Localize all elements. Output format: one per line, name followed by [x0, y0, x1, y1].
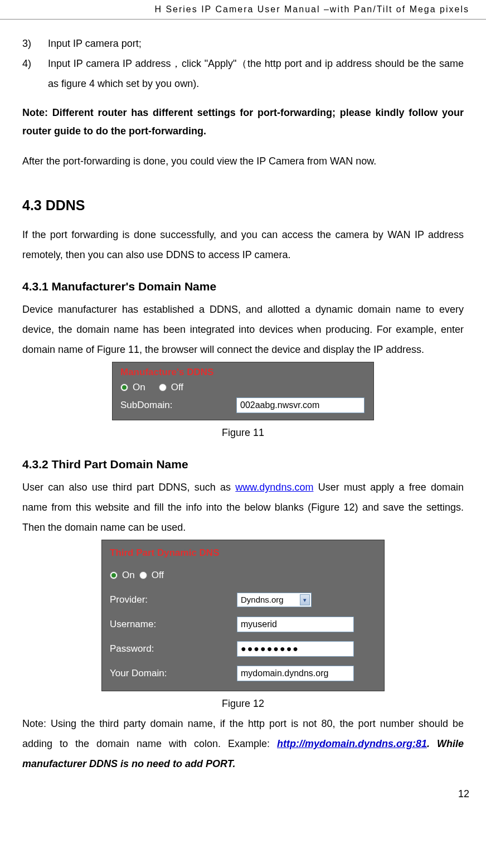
- panel-title: Third Part Dynamic DNS: [110, 544, 376, 562]
- panel-title: Manufacture's DDNS: [120, 366, 366, 379]
- paragraph: If the port forwarding is done successfu…: [22, 225, 464, 265]
- radio-off-label: Off: [152, 566, 164, 585]
- figure-11-caption: Figure 11: [22, 423, 464, 443]
- domain-label: Your Domain:: [110, 664, 232, 683]
- radio-off[interactable]: [159, 384, 167, 391]
- note-paragraph-2: Note: Using the third party domain name,…: [22, 714, 464, 774]
- chevron-down-icon[interactable]: ▾: [300, 594, 310, 605]
- paragraph: Device manufacturer has established a DD…: [22, 299, 464, 360]
- radio-on-label: On: [133, 381, 145, 394]
- list-text: Input IP camera port;: [48, 33, 464, 54]
- ddns-on-off-row: On Off: [110, 566, 376, 585]
- figure-12: Third Part Dynamic DNS On Off Provider: …: [22, 540, 464, 691]
- list-number: 4): [22, 54, 38, 94]
- paragraph: User can also use third part DDNS, such …: [22, 477, 464, 537]
- section-4-3-1-title: 4.3.1 Manufacturer's Domain Name: [22, 275, 464, 298]
- username-label: Username:: [110, 615, 232, 634]
- provider-value: Dyndns.org: [241, 591, 284, 608]
- subdomain-label: SubDomain:: [120, 399, 232, 412]
- page-content: 3) Input IP camera port; 4) Input IP cam…: [0, 20, 486, 785]
- radio-off-label: Off: [171, 381, 183, 394]
- domain-row: Your Domain: mydomain.dyndns.org: [110, 664, 376, 683]
- section-4-3-2-title: 4.3.2 Third Part Domain Name: [22, 453, 464, 476]
- note-paragraph: Note: Different router has different set…: [22, 104, 464, 141]
- password-row: Password: ●●●●●●●●●: [110, 639, 376, 658]
- username-input[interactable]: myuserid: [237, 617, 354, 632]
- dyndns-link[interactable]: www.dyndns.com: [235, 482, 313, 493]
- subdomain-row: SubDomain: 002aabg.nwsvr.com: [120, 397, 366, 413]
- provider-label: Provider:: [110, 590, 232, 609]
- list-text: Input IP camera IP address，click "Apply"…: [48, 54, 464, 94]
- thirdparty-ddns-panel: Third Part Dynamic DNS On Off Provider: …: [101, 540, 385, 691]
- radio-on-label: On: [122, 566, 135, 585]
- password-label: Password:: [110, 639, 232, 658]
- figure-11: Manufacture's DDNS On Off SubDomain: 002…: [22, 362, 464, 421]
- radio-on[interactable]: [110, 571, 118, 579]
- figure-12-caption: Figure 12: [22, 694, 464, 714]
- provider-select[interactable]: Dyndns.org ▾: [237, 593, 312, 607]
- section-4-3-title: 4.3 DDNS: [22, 191, 464, 219]
- username-row: Username: myuserid: [110, 615, 376, 634]
- page-header: H Series IP Camera User Manual –with Pan…: [0, 0, 486, 20]
- provider-row: Provider: Dyndns.org ▾: [110, 590, 376, 609]
- list-item-3: 3) Input IP camera port;: [22, 33, 464, 54]
- manufacturer-ddns-panel: Manufacture's DDNS On Off SubDomain: 002…: [112, 362, 374, 421]
- list-item-4: 4) Input IP camera IP address，click "App…: [22, 54, 464, 94]
- ddns-on-off-row: On Off: [120, 381, 366, 394]
- password-input[interactable]: ●●●●●●●●●: [237, 641, 354, 657]
- radio-off[interactable]: [139, 571, 147, 579]
- domain-input[interactable]: mydomain.dyndns.org: [237, 666, 354, 681]
- radio-on[interactable]: [120, 384, 128, 391]
- list-number: 3): [22, 33, 38, 54]
- page-number: 12: [0, 785, 486, 807]
- subdomain-input[interactable]: 002aabg.nwsvr.com: [236, 397, 365, 413]
- example-url-link[interactable]: http://mydomain.dyndns.org:81: [277, 738, 427, 749]
- text-fragment: User can also use third part DDNS, such …: [22, 482, 235, 493]
- paragraph: After the port-forwarding is done, you c…: [22, 151, 464, 171]
